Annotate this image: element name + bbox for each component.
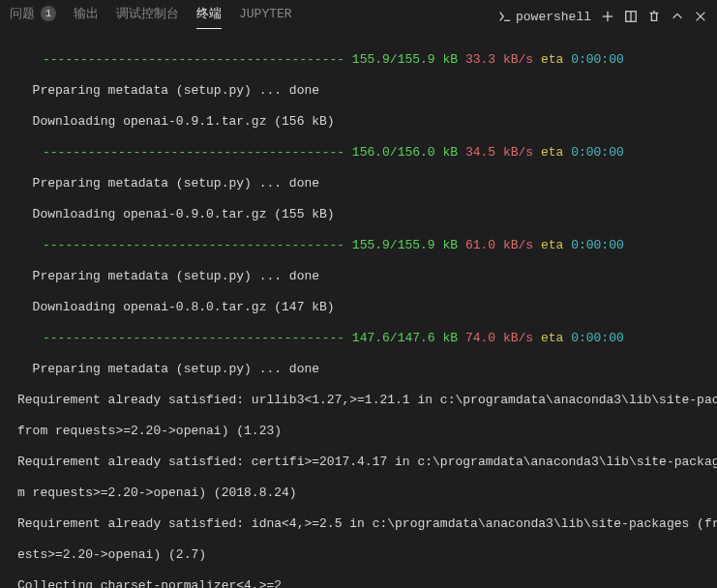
log-line: Requirement already satisfied: certifi>=… <box>17 455 707 470</box>
close-icon <box>694 10 707 23</box>
tab-label: 问题 <box>10 5 35 22</box>
log-line: Preparing metadata (setup.py) ... done <box>17 176 707 191</box>
progress-size: 156.0/156.0 kB <box>352 145 458 160</box>
progress-eta: 0:00:00 <box>571 238 624 252</box>
terminal-toolbar: powershell <box>498 10 707 24</box>
tab-jupyter[interactable]: JUPYTER <box>239 7 292 27</box>
progress-rate: 74.0 kB/s <box>465 331 533 345</box>
progress-eta-label: eta <box>541 52 563 67</box>
progress-dash: ---------------------------------------- <box>43 238 352 252</box>
chevron-up-icon <box>671 10 684 23</box>
progress-dash: ---------------------------------------- <box>43 52 352 67</box>
tab-label: 终端 <box>196 5 222 22</box>
split-terminal-button[interactable] <box>624 10 638 23</box>
new-terminal-button[interactable] <box>601 10 614 23</box>
terminal-icon <box>498 10 512 23</box>
progress-size: 155.9/155.9 kB <box>352 238 458 252</box>
trash-icon <box>647 10 661 23</box>
terminal-output[interactable]: ----------------------------------------… <box>0 33 717 588</box>
progress-rate: 33.3 kB/s <box>465 52 533 67</box>
maximize-panel-button[interactable] <box>671 10 684 23</box>
progress-eta: 0:00:00 <box>571 331 624 345</box>
progress-dash: ---------------------------------------- <box>43 145 352 160</box>
log-line: ests>=2.20->openai) (2.7) <box>17 547 707 563</box>
progress-rate: 61.0 kB/s <box>465 238 533 252</box>
tab-terminal[interactable]: 终端 <box>196 5 222 29</box>
panel-tab-bar: 问题 1 输出 调试控制台 终端 JUPYTER powershell <box>0 0 717 33</box>
log-line: Downloading openai-0.8.0.tar.gz (147 kB) <box>17 300 707 315</box>
progress-eta-label: eta <box>541 145 563 160</box>
panel-tabs: 问题 1 输出 调试控制台 终端 JUPYTER <box>10 5 292 29</box>
progress-size: 155.9/155.9 kB <box>352 52 458 67</box>
progress-dash: ---------------------------------------- <box>43 331 352 345</box>
tab-problems[interactable]: 问题 1 <box>10 5 56 28</box>
progress-eta: 0:00:00 <box>571 145 624 160</box>
log-line: Preparing metadata (setup.py) ... done <box>17 362 707 377</box>
progress-size: 147.6/147.6 kB <box>352 331 458 345</box>
tab-label: 输出 <box>74 5 99 22</box>
split-icon <box>624 10 638 23</box>
progress-eta: 0:00:00 <box>571 52 624 67</box>
tab-output[interactable]: 输出 <box>74 5 99 28</box>
progress-eta-label: eta <box>541 331 563 345</box>
log-line: Requirement already satisfied: urllib3<1… <box>17 393 707 408</box>
progress-eta-label: eta <box>541 238 563 252</box>
tab-label: 调试控制台 <box>116 5 179 22</box>
log-line: Downloading openai-0.9.1.tar.gz (156 kB) <box>17 114 707 130</box>
plus-icon <box>601 10 614 23</box>
log-line: Collecting charset-normalizer<4,>=2 <box>17 578 707 588</box>
close-panel-button[interactable] <box>694 10 707 23</box>
log-line: Preparing metadata (setup.py) ... done <box>17 269 707 284</box>
problems-count-badge: 1 <box>41 6 56 21</box>
terminal-shell-selector[interactable]: powershell <box>498 10 591 24</box>
tab-label: JUPYTER <box>239 7 292 21</box>
kill-terminal-button[interactable] <box>647 10 661 23</box>
progress-rate: 34.5 kB/s <box>465 145 533 160</box>
log-line: Requirement already satisfied: idna<4,>=… <box>17 516 707 532</box>
log-line: m requests>=2.20->openai) (2018.8.24) <box>17 485 707 501</box>
log-line: from requests>=2.20->openai) (1.23) <box>17 424 707 439</box>
log-line: Preparing metadata (setup.py) ... done <box>17 83 707 99</box>
tab-debug-console[interactable]: 调试控制台 <box>116 5 179 28</box>
log-line: Downloading openai-0.9.0.tar.gz (155 kB) <box>17 207 707 222</box>
shell-name: powershell <box>516 10 591 24</box>
